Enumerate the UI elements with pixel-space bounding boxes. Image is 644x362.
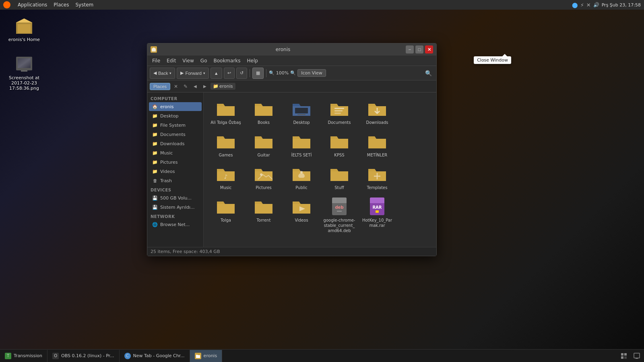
transmission-icon: T — [5, 353, 11, 359]
svg-rect-26 — [634, 353, 640, 358]
file-label-torrent: Torrent — [257, 218, 271, 223]
svg-rect-6 — [297, 114, 305, 115]
file-item-guitar[interactable]: Guitar — [246, 129, 282, 160]
menu-applications[interactable]: Applications — [14, 2, 50, 8]
sidebar-item-eronis[interactable]: 🏠 eronis — [149, 102, 202, 111]
file-item-videos[interactable]: Videos — [283, 194, 320, 236]
menu-go[interactable]: Go — [197, 57, 211, 64]
taskbar-task-obs[interactable]: O OBS 0.16.2 (linux) - Pr... — [47, 350, 120, 362]
sidebar-network-icon: 🌐 — [152, 222, 158, 227]
sidebar-item-500gb[interactable]: 💾 500 GB Volu... — [149, 193, 202, 202]
tb-grid-btn[interactable] — [618, 350, 630, 362]
sidebar-item-desktop[interactable]: 📁 Desktop — [149, 111, 202, 120]
sidebar-documents-icon: 📁 — [152, 132, 158, 137]
sidebar-item-filesystem[interactable]: 📁 File System — [149, 121, 202, 130]
location-fwd-btn[interactable]: ▶ — [201, 82, 209, 90]
svg-text:deb: deb — [335, 205, 343, 210]
forward-button[interactable]: ▶ Forward ▾ — [177, 68, 208, 79]
file-item-downloads[interactable]: Downloads — [359, 97, 395, 128]
menu-edit[interactable]: Edit — [163, 57, 179, 64]
sidebar-item-trash[interactable]: 🗑 Trash — [149, 176, 202, 185]
file-item-ali-tolga[interactable]: Ali Tolga Özbaş — [208, 97, 244, 128]
taskbar-task-transmission[interactable]: T Transmission — [0, 350, 47, 362]
file-item-documents[interactable]: Documents — [321, 97, 357, 128]
file-item-public[interactable]: Public — [283, 162, 320, 193]
status-text: 25 items, Free space: 403,4 GB — [151, 249, 220, 254]
menu-system[interactable]: System — [72, 2, 97, 8]
sidebar-item-pictures[interactable]: 📁 Pictures — [149, 158, 202, 167]
chrome-tray-icon: ⬤ — [572, 2, 578, 8]
sidebar-eronis-label: eronis — [160, 104, 174, 109]
deb-icon: deb — [330, 197, 349, 216]
close-button[interactable]: ✕ — [425, 45, 433, 53]
datetime: Prş Şub 23, 17:58 — [602, 2, 641, 8]
up-button[interactable]: ▲ — [211, 68, 222, 79]
desktop: Applications Places System ⬤ ⚡ ✕ 🔊 Prş Ş… — [0, 0, 644, 362]
breadcrumb-eronis[interactable]: 📁 eronis — [211, 83, 235, 90]
back-button[interactable]: ◀ Back ▾ — [150, 68, 175, 79]
icon-view-btn[interactable]: ▦ — [252, 68, 264, 79]
places-button[interactable]: Places — [150, 83, 170, 90]
desktop-icon-screenshot[interactable]: Screenshot at 2017-02-23 17:58:36.png — [8, 54, 40, 91]
svg-rect-7 — [334, 108, 344, 109]
maximize-button[interactable]: □ — [415, 45, 423, 53]
files-label: eronis — [204, 353, 217, 358]
sidebar-browse-net-label: Browse Net... — [160, 222, 190, 227]
sidebar-item-browse-net[interactable]: 🌐 Browse Net... — [149, 220, 202, 229]
folder-documents-icon — [330, 99, 349, 118]
screenshot-label: Screenshot at 2017-02-23 17:58:36.png — [8, 75, 40, 91]
file-item-music[interactable]: ♪ Music — [208, 162, 244, 193]
menu-bookmarks[interactable]: Bookmarks — [210, 57, 244, 64]
menu-places[interactable]: Places — [50, 2, 72, 8]
forward-label: Forward — [185, 71, 201, 76]
sidebar-item-videos[interactable]: 📁 Videos — [149, 167, 202, 176]
file-item-books[interactable]: Books — [246, 97, 282, 128]
svg-rect-21 — [376, 210, 379, 213]
taskbar-bottom: T Transmission O OBS 0.16.2 (linux) - Pr… — [0, 349, 644, 362]
menu-help[interactable]: Help — [244, 57, 261, 64]
location-back-btn[interactable]: ◀ — [191, 82, 199, 90]
file-item-pictures[interactable]: Pictures — [246, 162, 282, 193]
file-item-tolga[interactable]: Tolga — [208, 194, 244, 236]
sidebar-item-music[interactable]: 📁 Music — [149, 148, 202, 157]
sidebar-item-removable[interactable]: 💾 Sistem Ayrıldı... — [149, 203, 202, 212]
file-item-metinler[interactable]: METİNLER — [359, 129, 395, 160]
title-bar: eronis − □ ✕ — [147, 43, 436, 56]
taskbar-task-chrome[interactable]: C New Tab - Google Chr... — [120, 350, 190, 362]
sidebar-item-downloads[interactable]: 📁 Downloads — [149, 139, 202, 148]
reload-button[interactable]: ↺ — [236, 68, 247, 79]
sidebar-music-icon: 📁 — [152, 150, 158, 156]
zoom-out-icon[interactable]: 🔍 — [269, 70, 275, 76]
folder-guitar-icon — [254, 132, 273, 151]
view-mode-label[interactable]: Icon View — [297, 69, 326, 77]
file-item-torrent[interactable]: Torrent — [246, 194, 282, 236]
back-arrow-icon: ◀ — [153, 70, 157, 76]
sidebar-trash-label: Trash — [160, 178, 172, 183]
svg-rect-8 — [334, 110, 343, 111]
minimize-button[interactable]: − — [406, 45, 414, 53]
places-toggle[interactable]: ✕ — [172, 82, 180, 90]
breadcrumb-label: eronis — [219, 84, 233, 89]
menu-view[interactable]: View — [179, 57, 197, 64]
obs-icon: O — [52, 353, 59, 359]
edit-location-btn[interactable]: ✎ — [182, 82, 190, 90]
zoom-in-icon[interactable]: 🔍 — [290, 70, 296, 76]
tb-show-desktop-btn[interactable] — [631, 350, 642, 362]
file-item-templates[interactable]: Templates — [359, 162, 395, 193]
gnome-menu[interactable] — [0, 1, 14, 8]
file-item-chrome-deb[interactable]: deb google-chrome-stable_current_amd64.d… — [321, 194, 357, 236]
reload-back-button[interactable]: ↩ — [224, 68, 235, 79]
menu-file[interactable]: File — [149, 57, 163, 64]
file-item-kpss[interactable]: KPSS — [321, 129, 357, 160]
file-item-stuff[interactable]: Stuff — [321, 162, 357, 193]
desktop-icon-home[interactable]: eronis's Home — [8, 16, 40, 42]
file-manager-window: eronis − □ ✕ File Edit View Go Bookmarks… — [147, 43, 437, 256]
taskbar-task-files[interactable]: eronis — [190, 350, 223, 362]
file-item-games[interactable]: Games — [208, 129, 244, 160]
file-item-desktop[interactable]: Desktop — [283, 97, 320, 128]
top-menu-items: Applications Places System — [14, 2, 97, 8]
file-item-ielts[interactable]: İELTS SETİ — [283, 129, 320, 160]
file-item-hotkey-rar[interactable]: RAR HotKey_10_Parmak.rar — [359, 194, 395, 236]
sidebar-item-documents[interactable]: 📁 Documents — [149, 130, 202, 139]
search-button[interactable]: 🔍 — [423, 68, 434, 79]
